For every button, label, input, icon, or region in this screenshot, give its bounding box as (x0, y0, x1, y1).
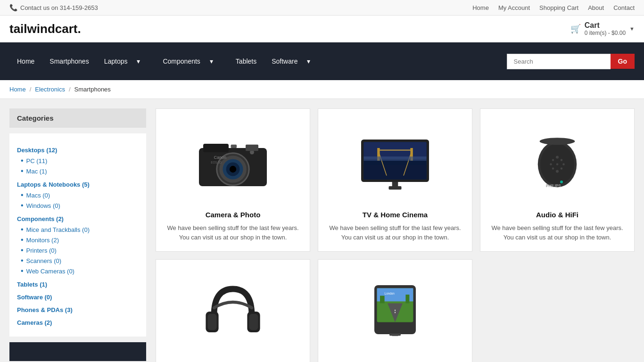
svg-rect-43 (249, 314, 258, 330)
top-nav-about[interactable]: About (588, 4, 604, 11)
sidebar-pc[interactable]: PC (11) (17, 156, 139, 165)
svg-rect-10 (246, 145, 258, 151)
cart-dropdown-arrow[interactable]: ▼ (629, 26, 635, 32)
cart-info: Cart 0 item(s) - $0.00 (585, 21, 626, 36)
svg-point-35 (561, 167, 563, 170)
svg-point-37 (560, 181, 563, 183)
sidebar-tablets[interactable]: Tablets (1) (17, 281, 139, 288)
product-title-speaker: Audio & HiFi (536, 211, 578, 219)
product-card-gps[interactable]: London GPS & Navigation (318, 259, 472, 362)
nav-software[interactable]: Software ▾ (264, 42, 325, 80)
product-card-tv[interactable]: TV & Home Cinema We have been selling st… (318, 108, 472, 252)
svg-text:EOS 5D: EOS 5D (211, 161, 222, 164)
svg-point-34 (552, 167, 554, 170)
software-dropdown-icon: ▾ (299, 50, 318, 73)
logo[interactable]: tailwindcart. (9, 22, 81, 36)
svg-point-31 (550, 163, 552, 165)
laptops-dropdown-icon: ▾ (129, 50, 148, 73)
svg-point-38 (540, 138, 575, 145)
top-nav-home[interactable]: Home (472, 4, 489, 11)
product-title-camera: Camera & Photo (206, 211, 261, 219)
sidebar-monitors[interactable]: Monitors (2) (17, 236, 139, 244)
products-grid: Canon EOS 5D Camera & Photo We have been… (156, 108, 635, 362)
cart-detail: 0 item(s) - $0.00 (585, 30, 626, 36)
sidebar-windows[interactable]: Windows (0) (17, 201, 139, 210)
search-input[interactable] (507, 54, 611, 69)
svg-text:PHILIPS: PHILIPS (546, 184, 561, 188)
sidebar-mice[interactable]: Mice and Trackballs (0) (17, 225, 139, 234)
svg-point-36 (556, 170, 559, 173)
sidebar-cameras[interactable]: Cameras (2) (17, 319, 139, 326)
product-image-gps: London (328, 269, 462, 354)
product-desc-speaker: We have been selling stuff for the last … (490, 223, 625, 242)
sidebar-phones[interactable]: Phones & PDAs (3) (17, 306, 139, 313)
product-card-speaker[interactable]: PHILIPS Audio & HiFi We have been sellin… (480, 108, 635, 252)
product-title-tv: TV & Home Cinema (363, 211, 428, 219)
sidebar-mac[interactable]: Mac (1) (17, 167, 139, 175)
breadcrumb: Home / Electronics / Smartphones (9, 86, 635, 93)
svg-point-32 (556, 163, 559, 165)
product-desc-camera: We have been selling stuff for the last … (165, 223, 300, 242)
main-container: Categories Desktops (12) PC (11) Mac (1)… (0, 99, 644, 362)
svg-point-29 (552, 159, 554, 161)
cart-icon: 🛒 (570, 24, 581, 34)
nav-home[interactable]: Home (9, 50, 42, 73)
svg-point-6 (230, 166, 236, 173)
top-nav-myaccount[interactable]: My Account (498, 4, 530, 11)
sidebar-desktops[interactable]: Desktops (12) (17, 147, 139, 154)
svg-rect-41 (207, 314, 216, 330)
sidebar-laptops[interactable]: Laptops & Notebooks (5) (17, 181, 139, 188)
breadcrumb-home[interactable]: Home (9, 86, 26, 93)
svg-rect-53 (392, 335, 398, 336)
svg-point-28 (556, 156, 559, 159)
product-image-headphones (165, 269, 300, 354)
svg-rect-50 (405, 295, 409, 303)
content-area: Canon EOS 5D Camera & Photo We have been… (156, 108, 635, 362)
product-card-headphones[interactable]: Headphones (156, 259, 310, 362)
sidebar-scanners[interactable]: Scanners (0) (17, 256, 139, 265)
sidebar-webcameras[interactable]: Web Cameras (0) (17, 267, 139, 275)
sidebar-printers[interactable]: Printers (0) (17, 246, 139, 255)
svg-rect-1 (203, 144, 229, 152)
top-nav-cart[interactable]: Shopping Cart (539, 4, 578, 11)
nav-tablets[interactable]: Tablets (228, 50, 264, 73)
svg-point-30 (561, 159, 563, 161)
breadcrumb-sep-1: / (30, 86, 32, 93)
header: tailwindcart. 🛒 Cart 0 item(s) - $0.00 ▼ (0, 16, 644, 42)
sidebar-content: Desktops (12) PC (11) Mac (1) Laptops & … (9, 133, 146, 337)
top-nav: Home My Account Shopping Cart About Cont… (472, 4, 635, 11)
search-area: Go (507, 54, 635, 69)
product-card-camera[interactable]: Canon EOS 5D Camera & Photo We have been… (156, 108, 310, 252)
nav-links: Home Smartphones Laptops ▾ Components ▾ … (9, 42, 325, 80)
nav-components[interactable]: Components ▾ (155, 42, 228, 80)
top-nav-contact[interactable]: Contact (613, 4, 635, 11)
svg-rect-8 (231, 145, 237, 148)
breadcrumb-current: Smartphones (74, 86, 111, 93)
breadcrumb-bar: Home / Electronics / Smartphones (0, 80, 644, 99)
nav-laptops[interactable]: Laptops ▾ (97, 42, 156, 80)
sidebar-software[interactable]: Software (0) (17, 294, 139, 301)
svg-point-33 (562, 163, 565, 165)
top-bar: 📞 Contact us on 314-159-2653 Home My Acc… (0, 0, 644, 16)
product-image-speaker: PHILIPS (490, 118, 625, 203)
product-image-tv (328, 118, 462, 203)
svg-text:London: London (385, 292, 395, 295)
sidebar-components[interactable]: Components (2) (17, 215, 139, 222)
product-image-camera: Canon EOS 5D (165, 118, 300, 203)
contact-text: Contact us on 314-159-2653 (20, 4, 98, 11)
sidebar: Categories Desktops (12) PC (11) Mac (1)… (9, 108, 146, 362)
sidebar-bottom-bar (9, 342, 146, 361)
svg-rect-25 (363, 156, 426, 161)
product-desc-tv: We have been selling stuff for the last … (328, 223, 462, 242)
components-dropdown-icon: ▾ (202, 50, 221, 73)
breadcrumb-sep-2: / (69, 86, 71, 93)
navbar: Home Smartphones Laptops ▾ Components ▾ … (0, 42, 644, 80)
categories-header: Categories (9, 108, 146, 128)
nav-smartphones[interactable]: Smartphones (42, 50, 96, 73)
breadcrumb-electronics[interactable]: Electronics (35, 86, 65, 93)
search-button[interactable]: Go (611, 54, 635, 69)
sidebar-macs[interactable]: Macs (0) (17, 191, 139, 199)
contact-info: 📞 Contact us on 314-159-2653 (9, 4, 98, 11)
cart-label: Cart (585, 21, 626, 30)
cart-area[interactable]: 🛒 Cart 0 item(s) - $0.00 ▼ (570, 21, 635, 36)
